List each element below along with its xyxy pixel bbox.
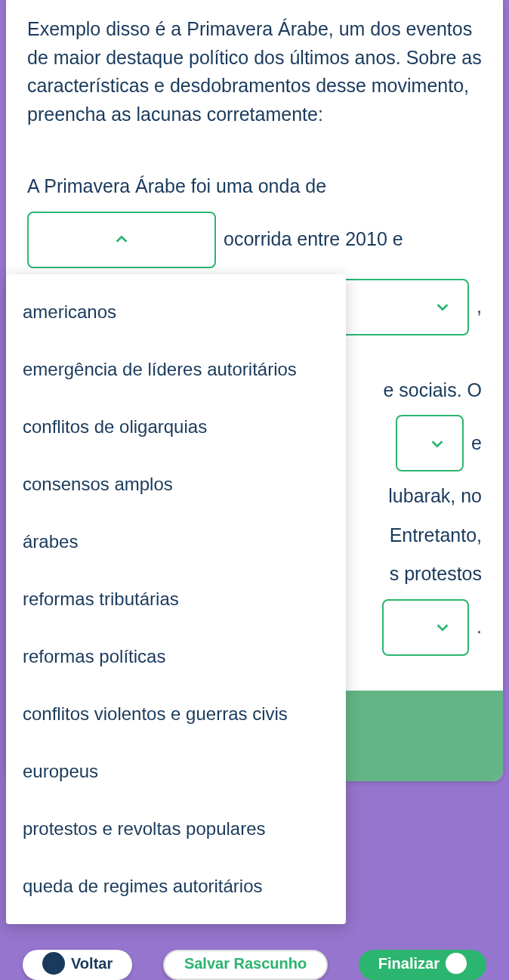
dropdown-option[interactable]: americanos (6, 283, 346, 341)
dropdown-option[interactable]: árabes (6, 513, 346, 570)
dropdown-option[interactable]: conflitos violentos e guerras civis (6, 685, 346, 743)
finish-button-label: Finalizar (378, 955, 440, 972)
question-intro: Exemplo disso é a Primavera Árabe, um do… (27, 15, 482, 128)
text-segment-partial: s protestos (390, 560, 482, 589)
dropdown-option[interactable]: conflitos de oligarquias (6, 398, 346, 456)
dropdown-option[interactable]: reformas políticas (6, 628, 346, 685)
finish-button[interactable]: Finalizar (359, 950, 486, 980)
text-segment-partial: Entretanto, (390, 521, 482, 550)
save-draft-button[interactable]: Salvar Rascunho (163, 950, 328, 980)
text-segment: A Primavera Árabe foi uma onda de (27, 172, 326, 201)
blank-select-1-open[interactable] (27, 212, 216, 268)
arrow-right-icon (446, 953, 467, 974)
dropdown-option[interactable]: reformas tributárias (6, 570, 346, 628)
dropdown-menu: americanos emergência de líderes autorit… (6, 274, 346, 924)
back-button[interactable]: Voltar (23, 950, 132, 980)
save-draft-label: Salvar Rascunho (184, 955, 307, 972)
footer-bar: Voltar Salvar Rascunho Finalizar (0, 950, 509, 980)
dropdown-option[interactable]: protestos e revoltas populares (6, 800, 346, 858)
chevron-down-icon (434, 619, 451, 635)
dropdown-option[interactable]: consensos amplos (6, 456, 346, 513)
back-button-label: Voltar (71, 955, 113, 972)
chevron-down-icon (429, 435, 446, 452)
text-segment: , (477, 292, 482, 321)
arrow-left-icon (42, 952, 65, 975)
dropdown-option[interactable]: europeus (6, 743, 346, 800)
chevron-down-icon (434, 298, 451, 315)
text-segment-partial: lubarak, no (388, 482, 482, 511)
text-segment-partial: e sociais. O (383, 376, 482, 405)
blank-select-4[interactable] (382, 599, 469, 656)
dropdown-option[interactable]: queda de regimes autoritários (6, 858, 346, 915)
chevron-up-icon (113, 231, 130, 248)
blank-select-3[interactable] (396, 415, 464, 471)
text-segment: ocorrida entre 2010 e (224, 225, 403, 254)
dropdown-option[interactable]: emergência de líderes autoritários (6, 341, 346, 398)
text-segment: . (477, 613, 482, 641)
text-segment: e (471, 429, 482, 458)
